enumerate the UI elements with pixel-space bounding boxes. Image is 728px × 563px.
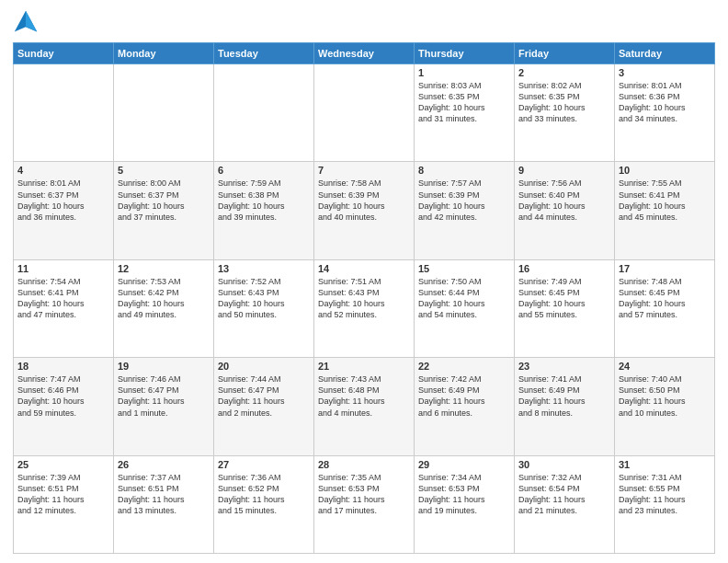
day-number: 28 [318, 459, 410, 470]
day-cell: 17Sunrise: 7:48 AM Sunset: 6:45 PM Dayli… [615, 259, 715, 357]
day-number: 7 [318, 165, 410, 176]
day-cell: 19Sunrise: 7:46 AM Sunset: 6:47 PM Dayli… [114, 358, 214, 455]
header [13, 9, 715, 35]
day-cell: 10Sunrise: 7:55 AM Sunset: 6:41 PM Dayli… [615, 162, 715, 259]
day-cell: 25Sunrise: 7:39 AM Sunset: 6:51 PM Dayli… [14, 455, 114, 553]
day-cell: 31Sunrise: 7:31 AM Sunset: 6:55 PM Dayli… [615, 455, 715, 553]
day-cell: 20Sunrise: 7:44 AM Sunset: 6:47 PM Dayli… [214, 358, 314, 455]
day-cell: 22Sunrise: 7:42 AM Sunset: 6:49 PM Dayli… [415, 358, 515, 455]
day-number: 15 [418, 263, 510, 274]
day-number: 1 [418, 67, 510, 78]
weekday-header-wednesday: Wednesday [314, 43, 415, 64]
week-row-5: 25Sunrise: 7:39 AM Sunset: 6:51 PM Dayli… [14, 455, 715, 553]
day-info: Sunrise: 8:01 AM Sunset: 6:37 PM Dayligh… [17, 178, 109, 223]
day-cell: 5Sunrise: 8:00 AM Sunset: 6:37 PM Daylig… [114, 162, 214, 259]
day-info: Sunrise: 7:43 AM Sunset: 6:48 PM Dayligh… [318, 373, 410, 419]
weekday-header-sunday: Sunday [14, 43, 114, 64]
day-info: Sunrise: 7:36 AM Sunset: 6:52 PM Dayligh… [218, 472, 310, 517]
day-cell: 24Sunrise: 7:40 AM Sunset: 6:50 PM Dayli… [615, 358, 715, 455]
day-info: Sunrise: 7:51 AM Sunset: 6:43 PM Dayligh… [318, 276, 410, 321]
day-info: Sunrise: 7:35 AM Sunset: 6:53 PM Dayligh… [318, 472, 410, 517]
day-number: 19 [118, 361, 210, 372]
day-number: 24 [619, 361, 711, 372]
day-cell: 27Sunrise: 7:36 AM Sunset: 6:52 PM Dayli… [214, 455, 314, 553]
svg-marker-2 [26, 11, 37, 32]
day-number: 25 [17, 459, 109, 470]
day-info: Sunrise: 7:54 AM Sunset: 6:41 PM Dayligh… [17, 276, 109, 321]
week-row-4: 18Sunrise: 7:47 AM Sunset: 6:46 PM Dayli… [14, 358, 715, 455]
calendar-table: SundayMondayTuesdayWednesdayThursdayFrid… [13, 42, 715, 554]
day-number: 17 [619, 263, 711, 274]
day-cell: 4Sunrise: 8:01 AM Sunset: 6:37 PM Daylig… [14, 162, 114, 259]
day-number: 12 [118, 263, 210, 274]
day-info: Sunrise: 8:03 AM Sunset: 6:35 PM Dayligh… [418, 80, 510, 125]
day-cell: 3Sunrise: 8:01 AM Sunset: 6:36 PM Daylig… [615, 64, 715, 162]
day-number: 4 [17, 165, 109, 176]
day-info: Sunrise: 7:53 AM Sunset: 6:42 PM Dayligh… [118, 276, 210, 321]
day-info: Sunrise: 7:57 AM Sunset: 6:39 PM Dayligh… [418, 178, 510, 223]
day-cell: 21Sunrise: 7:43 AM Sunset: 6:48 PM Dayli… [314, 358, 415, 455]
day-cell: 29Sunrise: 7:34 AM Sunset: 6:53 PM Dayli… [415, 455, 515, 553]
week-row-3: 11Sunrise: 7:54 AM Sunset: 6:41 PM Dayli… [14, 259, 715, 357]
day-cell [214, 64, 314, 162]
day-info: Sunrise: 7:31 AM Sunset: 6:55 PM Dayligh… [619, 472, 711, 517]
week-row-1: 1Sunrise: 8:03 AM Sunset: 6:35 PM Daylig… [14, 64, 715, 162]
day-info: Sunrise: 7:47 AM Sunset: 6:46 PM Dayligh… [17, 373, 109, 419]
day-info: Sunrise: 8:01 AM Sunset: 6:36 PM Dayligh… [619, 80, 711, 125]
day-cell: 11Sunrise: 7:54 AM Sunset: 6:41 PM Dayli… [14, 259, 114, 357]
day-number: 22 [418, 361, 510, 372]
day-number: 6 [218, 165, 310, 176]
day-info: Sunrise: 7:50 AM Sunset: 6:44 PM Dayligh… [418, 276, 510, 321]
day-info: Sunrise: 7:55 AM Sunset: 6:41 PM Dayligh… [619, 178, 711, 223]
day-info: Sunrise: 7:32 AM Sunset: 6:54 PM Dayligh… [518, 472, 610, 517]
day-number: 2 [518, 67, 610, 78]
day-cell: 16Sunrise: 7:49 AM Sunset: 6:45 PM Dayli… [515, 259, 615, 357]
day-info: Sunrise: 7:48 AM Sunset: 6:45 PM Dayligh… [619, 276, 711, 321]
day-number: 10 [619, 165, 711, 176]
day-number: 3 [619, 67, 711, 78]
day-cell: 2Sunrise: 8:02 AM Sunset: 6:35 PM Daylig… [515, 64, 615, 162]
day-cell: 14Sunrise: 7:51 AM Sunset: 6:43 PM Dayli… [314, 259, 415, 357]
day-info: Sunrise: 7:52 AM Sunset: 6:43 PM Dayligh… [218, 276, 310, 321]
page: SundayMondayTuesdayWednesdayThursdayFrid… [0, 0, 728, 563]
day-info: Sunrise: 7:41 AM Sunset: 6:49 PM Dayligh… [518, 373, 610, 419]
logo-icon [13, 9, 39, 35]
day-number: 21 [318, 361, 410, 372]
day-cell: 18Sunrise: 7:47 AM Sunset: 6:46 PM Dayli… [14, 358, 114, 455]
day-info: Sunrise: 7:46 AM Sunset: 6:47 PM Dayligh… [118, 373, 210, 419]
weekday-header-friday: Friday [515, 43, 615, 64]
day-number: 13 [218, 263, 310, 274]
day-info: Sunrise: 7:37 AM Sunset: 6:51 PM Dayligh… [118, 472, 210, 517]
day-info: Sunrise: 7:42 AM Sunset: 6:49 PM Dayligh… [418, 373, 510, 419]
day-info: Sunrise: 7:49 AM Sunset: 6:45 PM Dayligh… [518, 276, 610, 321]
day-number: 18 [17, 361, 109, 372]
day-number: 5 [118, 165, 210, 176]
weekday-header-row: SundayMondayTuesdayWednesdayThursdayFrid… [14, 43, 715, 64]
day-cell: 30Sunrise: 7:32 AM Sunset: 6:54 PM Dayli… [515, 455, 615, 553]
weekday-header-monday: Monday [114, 43, 214, 64]
day-cell: 23Sunrise: 7:41 AM Sunset: 6:49 PM Dayli… [515, 358, 615, 455]
day-cell [14, 64, 114, 162]
day-cell: 12Sunrise: 7:53 AM Sunset: 6:42 PM Dayli… [114, 259, 214, 357]
day-number: 29 [418, 459, 510, 470]
day-number: 26 [118, 459, 210, 470]
day-info: Sunrise: 7:59 AM Sunset: 6:38 PM Dayligh… [218, 178, 310, 223]
day-info: Sunrise: 8:00 AM Sunset: 6:37 PM Dayligh… [118, 178, 210, 223]
day-cell: 7Sunrise: 7:58 AM Sunset: 6:39 PM Daylig… [314, 162, 415, 259]
day-number: 30 [518, 459, 610, 470]
day-info: Sunrise: 7:44 AM Sunset: 6:47 PM Dayligh… [218, 373, 310, 419]
day-number: 11 [17, 263, 109, 274]
day-cell: 26Sunrise: 7:37 AM Sunset: 6:51 PM Dayli… [114, 455, 214, 553]
weekday-header-tuesday: Tuesday [214, 43, 314, 64]
day-number: 8 [418, 165, 510, 176]
weekday-header-saturday: Saturday [615, 43, 715, 64]
day-cell: 15Sunrise: 7:50 AM Sunset: 6:44 PM Dayli… [415, 259, 515, 357]
day-number: 31 [619, 459, 711, 470]
day-info: Sunrise: 7:58 AM Sunset: 6:39 PM Dayligh… [318, 178, 410, 223]
day-cell: 13Sunrise: 7:52 AM Sunset: 6:43 PM Dayli… [214, 259, 314, 357]
day-cell: 8Sunrise: 7:57 AM Sunset: 6:39 PM Daylig… [415, 162, 515, 259]
day-number: 27 [218, 459, 310, 470]
day-cell [114, 64, 214, 162]
day-info: Sunrise: 7:34 AM Sunset: 6:53 PM Dayligh… [418, 472, 510, 517]
weekday-header-thursday: Thursday [415, 43, 515, 64]
